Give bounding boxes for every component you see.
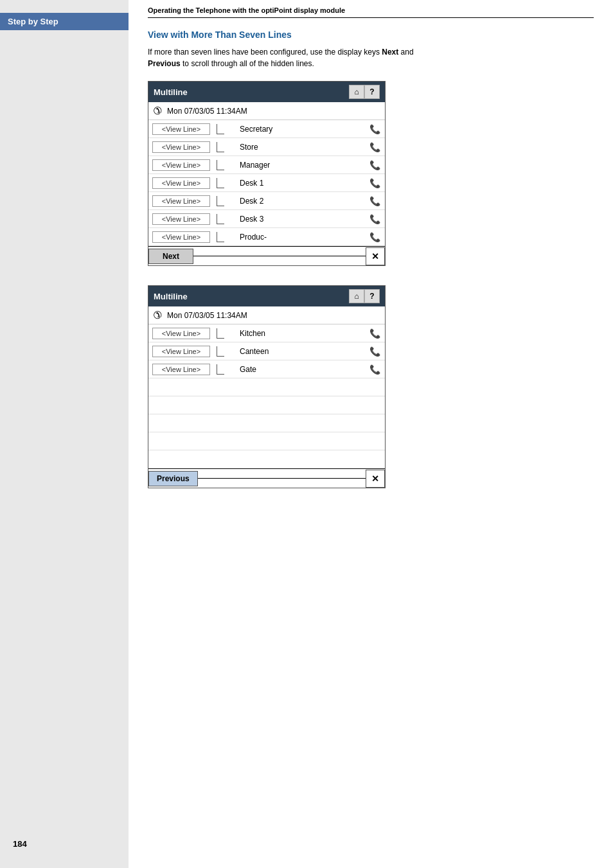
- connector-1-7: [214, 232, 237, 242]
- phone-row-1-4: <View Line> Desk 1 📞: [148, 174, 385, 192]
- phone-date-bar-1: ✆ Mon 07/03/05 11:34AM: [148, 102, 385, 120]
- status-icon-2-2: 📞: [364, 346, 385, 357]
- view-line-2-2[interactable]: <View Line>: [152, 346, 210, 357]
- phone-title-1: Multiline: [154, 87, 188, 97]
- status-icon-2-3: 📞: [364, 364, 385, 375]
- section-title: View with More Than Seven Lines: [148, 30, 594, 40]
- close-button-2[interactable]: ✕: [366, 470, 385, 488]
- status-icon-1-2: 📞: [364, 142, 385, 152]
- phone-row-2-1: <View Line> Kitchen 📞: [148, 324, 385, 342]
- line-name-1-6: Desk 3: [237, 215, 364, 224]
- main-content: Operating the Telephone with the optiPoi…: [129, 0, 613, 868]
- phone-bottom-bar-1: Next ✕: [148, 246, 385, 265]
- phone-row-1-3: <View Line> Manager 📞: [148, 156, 385, 174]
- bottom-middle-1: [193, 256, 366, 256]
- connector-1-1: [214, 124, 237, 134]
- phone-rows-1: <View Line> Secretary 📞 <View Line> Stor…: [148, 120, 385, 246]
- empty-row-1: [148, 378, 385, 396]
- connector-2-3: [214, 364, 237, 375]
- line-name-1-2: Store: [237, 143, 364, 152]
- home-icon-2[interactable]: ⌂: [349, 289, 364, 303]
- status-icon-1-6: 📞: [364, 214, 385, 224]
- phone-title-bar-2: Multiline ⌂ ?: [148, 286, 385, 306]
- previous-button[interactable]: Previous: [148, 471, 198, 486]
- page-number: 184: [13, 839, 27, 849]
- line-name-1-4: Desk 1: [237, 179, 364, 188]
- line-name-1-3: Manager: [237, 161, 364, 170]
- connector-1-6: [214, 214, 237, 224]
- status-icon-1-1: 📞: [364, 124, 385, 134]
- datetime-1: Mon 07/03/05 11:34AM: [167, 107, 247, 116]
- phone-title-icons-2: ⌂ ?: [349, 289, 380, 303]
- connector-1-5: [214, 196, 237, 206]
- phone-bottom-bar-2: Previous ✕: [148, 468, 385, 488]
- phone-bottom-bar-inner-1: Next ✕: [148, 247, 385, 265]
- receiver-icon-2: ✆: [154, 309, 162, 321]
- line-name-1-5: Desk 2: [237, 197, 364, 206]
- page-header-title: Operating the Telephone with the optiPoi…: [148, 6, 345, 14]
- datetime-2: Mon 07/03/05 11:34AM: [167, 311, 247, 320]
- phone-title-icons-1: ⌂ ?: [349, 85, 380, 99]
- status-icon-1-7: 📞: [364, 232, 385, 242]
- line-name-2-1: Kitchen: [237, 329, 364, 338]
- phone-row-2-3: <View Line> Gate 📞: [148, 360, 385, 378]
- empty-row-5: [148, 450, 385, 468]
- connector-1-4: [214, 178, 237, 188]
- sidebar: Step by Step: [0, 0, 129, 868]
- line-name-1-1: Secretary: [237, 125, 364, 134]
- help-icon-1[interactable]: ?: [364, 85, 380, 99]
- view-line-1-5[interactable]: <View Line>: [152, 195, 210, 207]
- page-container: Step by Step Operating the Telephone wit…: [0, 0, 613, 868]
- next-button[interactable]: Next: [148, 249, 193, 264]
- view-line-1-4[interactable]: <View Line>: [152, 177, 210, 189]
- phone-rows-2: <View Line> Kitchen 📞 <View Line> Cantee…: [148, 324, 385, 468]
- line-name-2-2: Canteen: [237, 347, 364, 356]
- phone-row-1-5: <View Line> Desk 2 📞: [148, 192, 385, 210]
- status-icon-1-3: 📞: [364, 160, 385, 170]
- receiver-icon-1: ✆: [154, 105, 162, 117]
- phone-row-2-2: <View Line> Canteen 📞: [148, 342, 385, 360]
- status-icon-2-1: 📞: [364, 328, 385, 339]
- phone-row-1-1: <View Line> Secretary 📞: [148, 120, 385, 138]
- empty-row-4: [148, 432, 385, 450]
- view-line-2-1[interactable]: <View Line>: [152, 328, 210, 339]
- empty-row-3: [148, 414, 385, 432]
- view-line-1-3[interactable]: <View Line>: [152, 159, 210, 171]
- bottom-middle-2: [198, 478, 366, 479]
- phone-row-1-2: <View Line> Store 📞: [148, 138, 385, 156]
- phone-title-bar-1: Multiline ⌂ ?: [148, 82, 385, 102]
- phone-display-2: Multiline ⌂ ? ✆ Mon 07/03/05 11:34AM <Vi…: [148, 285, 386, 488]
- line-name-1-7: Produc-: [237, 233, 364, 242]
- view-line-1-7[interactable]: <View Line>: [152, 231, 210, 243]
- connector-1-2: [214, 142, 237, 152]
- connector-1-3: [214, 160, 237, 170]
- connector-2-2: [214, 346, 237, 357]
- phone-row-1-6: <View Line> Desk 3 📞: [148, 210, 385, 228]
- step-by-step-badge: Step by Step: [0, 13, 129, 30]
- view-line-2-3[interactable]: <View Line>: [152, 364, 210, 375]
- phone-row-1-7: <View Line> Produc- 📞: [148, 228, 385, 246]
- phone-display-1: Multiline ⌂ ? ✆ Mon 07/03/05 11:34AM <Vi…: [148, 81, 386, 266]
- view-line-1-1[interactable]: <View Line>: [152, 123, 210, 135]
- status-icon-1-4: 📞: [364, 178, 385, 188]
- status-icon-1-5: 📞: [364, 196, 385, 206]
- help-icon-2[interactable]: ?: [364, 289, 380, 303]
- view-line-1-2[interactable]: <View Line>: [152, 141, 210, 153]
- page-header: Operating the Telephone with the optiPoi…: [148, 6, 594, 18]
- line-name-2-3: Gate: [237, 365, 364, 374]
- phone-bottom-bar-inner-2: Previous ✕: [148, 470, 385, 488]
- phone-title-2: Multiline: [154, 292, 188, 301]
- empty-row-2: [148, 396, 385, 414]
- home-icon-1[interactable]: ⌂: [349, 85, 364, 99]
- description: If more than seven lines have been confi…: [148, 46, 418, 69]
- view-line-1-6[interactable]: <View Line>: [152, 213, 210, 225]
- phone-date-bar-2: ✆ Mon 07/03/05 11:34AM: [148, 306, 385, 324]
- connector-2-1: [214, 328, 237, 339]
- close-button-1[interactable]: ✕: [366, 247, 385, 265]
